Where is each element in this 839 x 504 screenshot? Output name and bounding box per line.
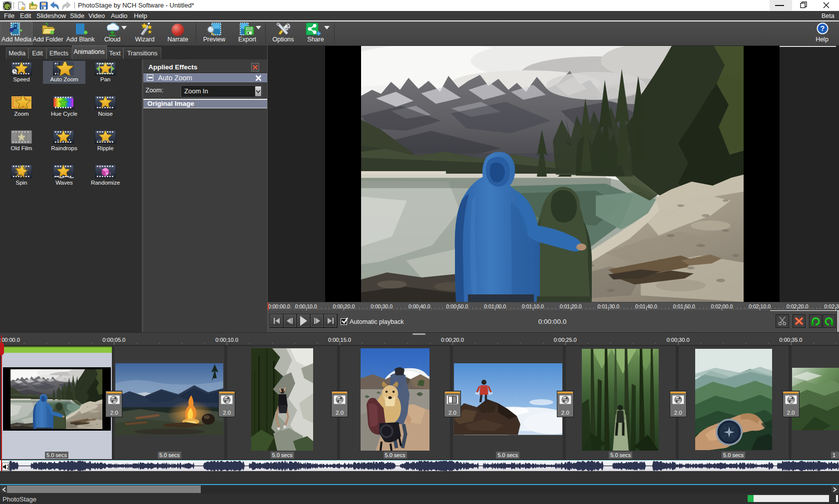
svg-text:?: ? (821, 24, 825, 32)
svg-text:?: ? (106, 172, 108, 176)
